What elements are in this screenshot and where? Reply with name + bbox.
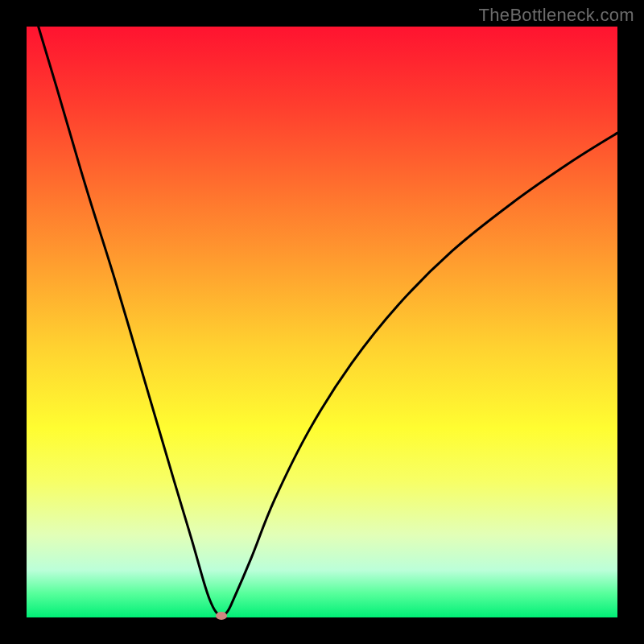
watermark-text: TheBottleneck.com — [479, 5, 634, 26]
curve-svg — [27, 27, 617, 617]
chart-container: TheBottleneck.com — [0, 0, 644, 644]
optimal-point-marker — [216, 612, 227, 620]
bottleneck-curve — [39, 27, 617, 616]
plot-area — [27, 27, 617, 617]
